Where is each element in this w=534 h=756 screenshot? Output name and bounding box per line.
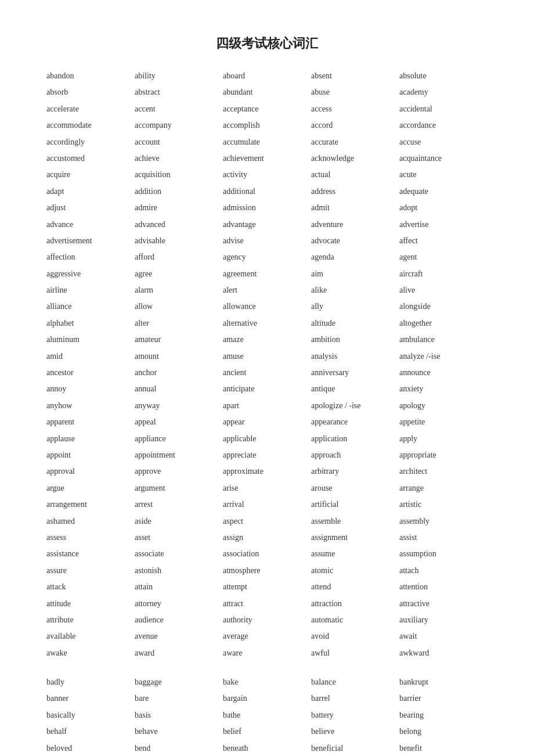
word-item: advisable bbox=[135, 235, 223, 247]
word-item: auxiliary bbox=[399, 614, 488, 627]
word-item: altogether bbox=[399, 317, 488, 330]
word-item: aside bbox=[135, 515, 223, 528]
word-item: bare bbox=[135, 692, 223, 705]
word-item: allow bbox=[135, 300, 223, 313]
word-item: anyhow bbox=[46, 399, 135, 412]
word-item: aggressive bbox=[46, 268, 135, 280]
word-item: acquaintance bbox=[399, 152, 488, 165]
word-item: avoid bbox=[311, 630, 399, 643]
word-item: attractive bbox=[399, 597, 488, 610]
word-item: annual bbox=[135, 383, 223, 395]
word-item: ambulance bbox=[399, 333, 488, 346]
word-item: bathe bbox=[223, 709, 311, 722]
word-item: admire bbox=[135, 201, 223, 214]
word-item: assembly bbox=[399, 515, 488, 528]
word-item: altitude bbox=[311, 317, 399, 330]
word-item: ambition bbox=[311, 333, 399, 346]
word-item: apology bbox=[399, 399, 488, 412]
word-item: aboard bbox=[223, 70, 311, 82]
word-item: attempt bbox=[223, 581, 311, 593]
word-item: appointment bbox=[135, 449, 223, 462]
word-item: approach bbox=[311, 449, 399, 462]
word-item: belong bbox=[399, 725, 488, 738]
word-item: alive bbox=[399, 284, 488, 297]
word-item: bankrupt bbox=[399, 676, 488, 689]
word-item: applause bbox=[46, 433, 135, 445]
word-item: appearance bbox=[311, 416, 399, 429]
word-item: addition bbox=[135, 185, 223, 198]
word-item: absolute bbox=[399, 70, 488, 82]
word-item: award bbox=[135, 647, 223, 660]
word-item: argue bbox=[46, 482, 135, 495]
word-item: amid bbox=[46, 350, 135, 363]
word-item: apart bbox=[223, 399, 311, 412]
word-item: advertise bbox=[399, 218, 488, 231]
word-item: allowance bbox=[223, 300, 311, 313]
word-item: awkward bbox=[399, 647, 488, 660]
word-item: atomic bbox=[311, 564, 399, 577]
word-item: battery bbox=[311, 709, 399, 722]
word-item: attraction bbox=[311, 597, 399, 610]
word-item: anniversary bbox=[311, 366, 399, 379]
word-item: abuse bbox=[311, 86, 399, 99]
word-item: architect bbox=[399, 465, 488, 478]
word-item: adapt bbox=[46, 185, 135, 198]
word-item: accompany bbox=[135, 119, 223, 132]
word-item: awful bbox=[311, 647, 399, 660]
word-item: agreement bbox=[223, 268, 311, 280]
word-item: alter bbox=[135, 317, 223, 330]
word-item: attitude bbox=[46, 597, 135, 610]
word-item: atmosphere bbox=[223, 564, 311, 577]
word-item: afford bbox=[135, 251, 223, 264]
word-item: admit bbox=[311, 201, 399, 214]
word-item: alarm bbox=[135, 284, 223, 297]
word-item: anyway bbox=[135, 399, 223, 412]
word-item: alongside bbox=[399, 300, 488, 313]
word-item: arbitrary bbox=[311, 465, 399, 478]
word-item: appropriate bbox=[399, 449, 488, 462]
word-item: authority bbox=[223, 614, 311, 627]
word-item: ancestor bbox=[46, 366, 135, 379]
word-item: behalf bbox=[46, 725, 135, 738]
word-item: beneath bbox=[223, 742, 311, 755]
word-item: astonish bbox=[135, 564, 223, 577]
word-item: accomplish bbox=[223, 119, 311, 132]
word-item: bake bbox=[223, 676, 311, 689]
word-item: appear bbox=[223, 416, 311, 429]
word-item: arrest bbox=[135, 498, 223, 511]
word-item: audience bbox=[135, 614, 223, 627]
word-item: adopt bbox=[399, 201, 488, 214]
word-item: arrange bbox=[399, 482, 488, 495]
word-item: apply bbox=[399, 433, 488, 445]
word-item: appoint bbox=[46, 449, 135, 462]
word-item: assess bbox=[46, 531, 135, 544]
word-item: absent bbox=[311, 70, 399, 82]
word-item: acknowledge bbox=[311, 152, 399, 165]
word-item: balance bbox=[311, 676, 399, 689]
word-item: account bbox=[135, 136, 223, 149]
word-grid: abandonabilityaboardabsentabsoluteabsorb… bbox=[46, 70, 488, 660]
word-item: analyze /-ise bbox=[399, 350, 488, 363]
word-item: awake bbox=[46, 647, 135, 660]
word-item: aware bbox=[223, 647, 311, 660]
word-item: amuse bbox=[223, 350, 311, 363]
word-item: achievement bbox=[223, 152, 311, 165]
word-item: assure bbox=[46, 564, 135, 577]
word-item: arouse bbox=[311, 482, 399, 495]
word-item: bend bbox=[135, 742, 223, 755]
word-item: acquisition bbox=[135, 168, 223, 181]
word-item: basis bbox=[135, 709, 223, 722]
word-item: accordance bbox=[399, 119, 488, 132]
word-item: accelerate bbox=[46, 103, 135, 116]
word-item: barrier bbox=[399, 692, 488, 705]
word-item: appliance bbox=[135, 433, 223, 445]
word-item: banner bbox=[46, 692, 135, 705]
word-item: baggage bbox=[135, 676, 223, 689]
word-item: advertisement bbox=[46, 235, 135, 247]
word-item: adventure bbox=[311, 218, 399, 231]
word-item: avenue bbox=[135, 630, 223, 643]
word-item: attorney bbox=[135, 597, 223, 610]
word-item: assemble bbox=[311, 515, 399, 528]
word-item: affection bbox=[46, 251, 135, 264]
word-item: agency bbox=[223, 251, 311, 264]
